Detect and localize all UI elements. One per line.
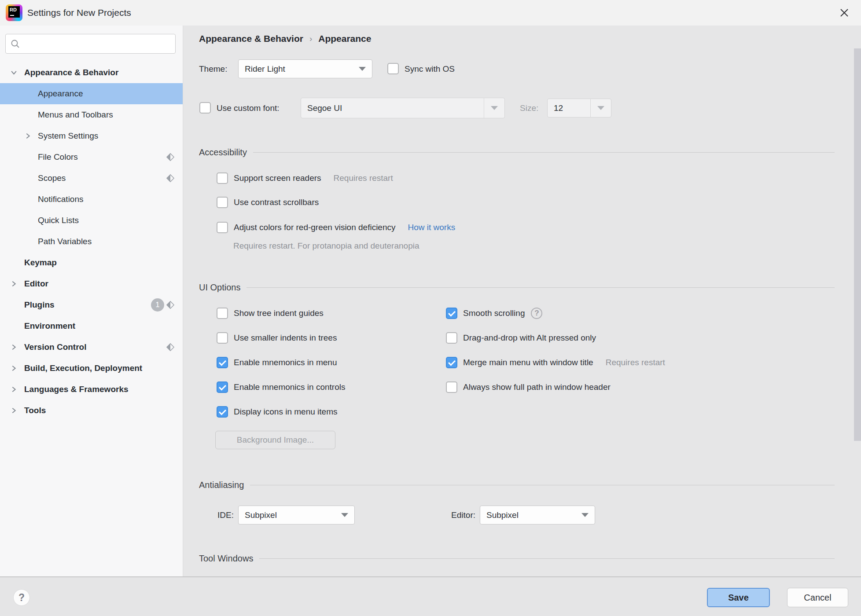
checkbox-label[interactable]: Always show full path in window header [463, 382, 611, 392]
sidebar-item-keymap[interactable]: Keymap [0, 252, 183, 273]
section-antialiasing: Antialiasing [199, 480, 835, 490]
chevron-right-icon[interactable] [11, 365, 17, 372]
sidebar-item-menus-toolbars[interactable]: Menus and Toolbars [0, 104, 183, 125]
sidebar-item-build-execution-deployment[interactable]: Build, Execution, Deployment [0, 358, 183, 379]
sidebar-item-quick-lists[interactable]: Quick Lists [0, 210, 183, 231]
close-icon[interactable] [838, 7, 850, 19]
save-button[interactable]: Save [707, 588, 770, 607]
sidebar-item-notifications[interactable]: Notifications [0, 189, 183, 210]
checkbox-row: Always show full path in window header [446, 381, 611, 393]
sidebar-item-label: Scopes [0, 173, 66, 183]
help-question-icon[interactable]: ? [531, 308, 542, 319]
adjust-colors-red-green-checkbox[interactable] [217, 222, 228, 233]
support-screen-readers-checkbox[interactable] [217, 172, 228, 184]
use-smaller-indents-checkbox[interactable] [217, 332, 228, 344]
font-size-value: 12 [554, 103, 563, 113]
use-custom-font-checkbox[interactable] [199, 102, 211, 114]
title-bar: RD Settings for New Projects [0, 0, 861, 26]
sidebar-item-languages-frameworks[interactable]: Languages & Frameworks [0, 379, 183, 400]
sidebar-item-editor[interactable]: Editor [0, 273, 183, 294]
checkbox-row: Use smaller indents in trees [217, 332, 337, 344]
checkbox-label[interactable]: Adjust colors for red-green vision defic… [234, 223, 396, 232]
show-tree-indent-guides-checkbox[interactable] [217, 308, 228, 319]
checkbox-row: Enable mnemonics in controls [217, 381, 345, 393]
chevron-right-icon[interactable] [11, 386, 17, 393]
checkbox-row: Drag-and-drop with Alt pressed only [446, 332, 596, 344]
search-box[interactable] [5, 34, 176, 54]
chevron-right-icon[interactable] [25, 133, 31, 139]
enable-mnemonics-menu-checkbox[interactable] [217, 357, 228, 368]
chevron-right-icon[interactable] [11, 344, 17, 351]
checkbox-label[interactable]: Smooth scrolling [463, 308, 525, 318]
checkbox-row: Adjust colors for red-green vision defic… [217, 222, 455, 233]
use-custom-font-label[interactable]: Use custom font: [217, 98, 280, 118]
chevron-down-icon [597, 106, 604, 110]
checkbox-label[interactable]: Enable mnemonics in menu [234, 358, 337, 367]
settings-sidebar: Appearance & Behavior Appearance Menus a… [0, 26, 183, 576]
checkbox-label[interactable]: Merge main menu with window title [463, 358, 593, 367]
sidebar-item-file-colors[interactable]: File Colors [0, 147, 183, 168]
sidebar-item-version-control[interactable]: Version Control [0, 337, 183, 358]
sidebar-item-label: Appearance & Behavior [0, 68, 118, 77]
breadcrumb-parent[interactable]: Appearance & Behavior [199, 33, 303, 44]
how-it-works-link[interactable]: How it works [408, 223, 456, 232]
sidebar-item-path-variables[interactable]: Path Variables [0, 231, 183, 252]
requires-restart-note: Requires restart [606, 358, 665, 367]
sidebar-item-label: System Settings [0, 131, 98, 141]
drag-and-drop-alt-checkbox[interactable] [446, 332, 457, 344]
settings-content: Appearance & Behavior › Appearance Theme… [183, 26, 861, 576]
checkbox-row: Use contrast scrollbars [217, 197, 319, 208]
sidebar-item-label: Keymap [0, 258, 57, 268]
breadcrumb-separator-icon: › [309, 34, 312, 44]
vertical-scrollbar-thumb[interactable] [854, 48, 861, 441]
checkbox-row: Show tree indent guides [217, 308, 324, 319]
cancel-button[interactable]: Cancel [787, 588, 848, 607]
always-show-full-path-checkbox[interactable] [446, 381, 457, 393]
sidebar-item-label: Tools [0, 406, 46, 415]
checkbox-label[interactable]: Display icons in menu items [234, 407, 337, 417]
sidebar-item-plugins[interactable]: Plugins 1 [0, 294, 183, 315]
merge-main-menu-checkbox[interactable] [446, 357, 457, 368]
chevron-down-icon[interactable] [11, 70, 17, 76]
checkbox-label[interactable]: Show tree indent guides [234, 308, 324, 318]
dropdown-arrow-box [590, 99, 611, 117]
sidebar-item-label: Path Variables [0, 237, 92, 246]
help-icon[interactable]: ? [13, 589, 30, 606]
display-icons-menu-items-checkbox[interactable] [217, 406, 228, 418]
ide-antialiasing-dropdown[interactable]: Subpixel [238, 506, 355, 524]
editor-antialiasing-value: Subpixel [486, 510, 519, 520]
enable-mnemonics-controls-checkbox[interactable] [217, 381, 228, 393]
requires-restart-note: Requires restart [334, 173, 393, 183]
checkbox-label[interactable]: Drag-and-drop with Alt pressed only [463, 333, 596, 343]
sidebar-item-environment[interactable]: Environment [0, 315, 183, 337]
smooth-scrolling-checkbox[interactable] [446, 308, 457, 319]
chevron-right-icon[interactable] [11, 407, 17, 414]
sync-with-os-checkbox[interactable] [387, 63, 399, 74]
sidebar-item-system-settings[interactable]: System Settings [0, 125, 183, 147]
chevron-down-icon [581, 513, 589, 517]
search-input[interactable] [24, 39, 175, 49]
checkbox-label[interactable]: Enable mnemonics in controls [234, 382, 345, 392]
sidebar-item-appearance-behavior[interactable]: Appearance & Behavior [0, 62, 183, 83]
sidebar-item-appearance[interactable]: Appearance [0, 83, 183, 104]
checkbox-label[interactable]: Use contrast scrollbars [234, 198, 319, 207]
section-accessibility: Accessibility [199, 147, 835, 158]
chevron-down-icon [341, 513, 348, 517]
chevron-right-icon[interactable] [11, 281, 17, 287]
use-contrast-scrollbars-checkbox[interactable] [217, 197, 228, 208]
ide-antialiasing-label: IDE: [199, 506, 234, 524]
checkbox-label[interactable]: Use smaller indents in trees [234, 333, 337, 343]
sync-with-os-label[interactable]: Sync with OS [405, 59, 455, 78]
section-tool-windows: Tool Windows [199, 554, 835, 564]
editor-antialiasing-label: Editor: [445, 506, 475, 524]
theme-dropdown[interactable]: Rider Light [238, 59, 372, 78]
theme-dropdown-value: Rider Light [245, 64, 285, 74]
background-image-button[interactable]: Background Image... [215, 431, 335, 449]
sidebar-item-tools[interactable]: Tools [0, 400, 183, 421]
sidebar-item-label: Appearance [0, 89, 83, 99]
sidebar-item-scopes[interactable]: Scopes [0, 168, 183, 189]
checkbox-label[interactable]: Support screen readers [234, 173, 321, 183]
editor-antialiasing-dropdown[interactable]: Subpixel [480, 506, 595, 524]
sidebar-item-label: Plugins [0, 300, 55, 310]
accessibility-footnote: Requires restart. For protanopia and deu… [233, 241, 419, 251]
